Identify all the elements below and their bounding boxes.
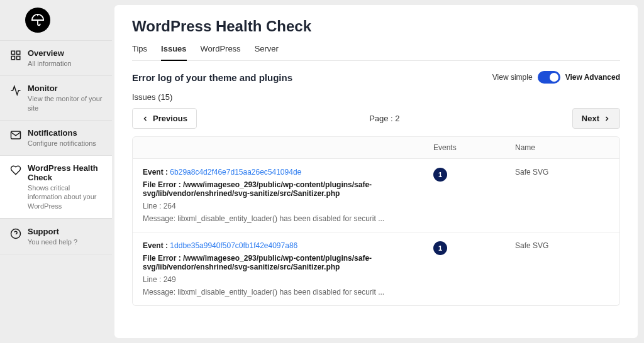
tab-issues[interactable]: Issues <box>161 44 186 61</box>
logo[interactable] <box>25 8 50 33</box>
view-advanced-label[interactable]: View Advanced <box>565 73 620 82</box>
toggle-knob <box>550 73 558 82</box>
sidebar-item-label: Notifications <box>28 128 96 138</box>
error-message: Message: libxml_disable_entity_loader() … <box>143 214 421 223</box>
sidebar-item-label: WordPress Health Check <box>28 163 106 182</box>
previous-button[interactable]: Previous <box>132 108 197 129</box>
chevron-left-icon <box>142 115 149 122</box>
help-icon <box>10 228 21 239</box>
svg-rect-1 <box>17 51 20 54</box>
sidebar-item-desc: View the monitor of your site <box>28 94 106 112</box>
pagination: Previous Page : 2 Next <box>132 108 620 129</box>
activity-icon <box>10 85 21 96</box>
heart-icon <box>10 165 21 176</box>
sidebar-item-label: Support <box>28 227 77 236</box>
sidebar-item-support[interactable]: Support You need help ? <box>0 219 112 254</box>
line-number: Line : 264 <box>143 202 421 210</box>
file-error-label: File Error : <box>143 180 181 189</box>
col-events-header: Events <box>433 143 515 152</box>
table-row: Event : 6b29a8c4d2f46e7d15aa26ec541094de… <box>132 159 620 232</box>
page-title: WordPress Health Check <box>132 18 620 35</box>
svg-rect-0 <box>11 51 14 54</box>
view-toggle-group: View simple View Advanced <box>492 71 620 84</box>
tab-server[interactable]: Server <box>255 44 279 60</box>
view-toggle[interactable] <box>538 71 560 84</box>
error-message: Message: libxml_disable_entity_loader() … <box>143 288 421 297</box>
events-count-badge: 1 <box>433 168 447 182</box>
plugin-name: Safe SVG <box>515 241 609 297</box>
tabs: Tips Issues WordPress Server <box>132 44 620 61</box>
page-indicator: Page : 2 <box>369 114 399 123</box>
next-button[interactable]: Next <box>572 108 620 129</box>
sidebar-item-health-check[interactable]: WordPress Health Check Shows critical in… <box>0 155 112 219</box>
plugin-name: Safe SVG <box>515 168 609 223</box>
sidebar-item-label: Monitor <box>28 84 106 93</box>
view-simple-label[interactable]: View simple <box>492 73 533 82</box>
sidebar-item-desc: All information <box>28 59 72 68</box>
sidebar-item-monitor[interactable]: Monitor View the monitor of your site <box>0 76 112 120</box>
file-error-label: File Error : <box>143 254 181 263</box>
tab-wordpress[interactable]: WordPress <box>201 44 241 60</box>
table-header: Events Name <box>132 136 620 159</box>
grid-icon <box>10 50 21 61</box>
svg-rect-2 <box>11 57 14 60</box>
umbrella-icon <box>31 13 45 27</box>
event-hash-link[interactable]: 1ddbe35a9940f507c0fb1f42e4097a86 <box>170 241 297 250</box>
sidebar-item-label: Overview <box>28 48 72 58</box>
sidebar-item-desc: Configure notifications <box>28 139 96 148</box>
svg-rect-3 <box>17 57 20 60</box>
next-label: Next <box>582 114 599 123</box>
issues-count: Issues (15) <box>132 92 620 102</box>
event-label: Event : <box>143 168 168 177</box>
table-row: Event : 1ddbe35a9940f507c0fb1f42e4097a86… <box>132 232 620 306</box>
sidebar-item-overview[interactable]: Overview All information <box>0 41 112 75</box>
section-heading: Error log of your theme and plugins <box>132 72 292 83</box>
sidebar-item-desc: Shows critical information about your Wo… <box>28 183 106 210</box>
main-panel: WordPress Health Check Tips Issues WordP… <box>114 5 638 338</box>
events-count-badge: 1 <box>433 241 447 255</box>
sidebar-item-notifications[interactable]: Notifications Configure notifications <box>0 121 112 155</box>
sidebar: Overview All information Monitor View th… <box>0 0 112 343</box>
event-hash-link[interactable]: 6b29a8c4d2f46e7d15aa26ec541094de <box>170 168 301 177</box>
mail-icon <box>10 129 21 141</box>
event-label: Event : <box>143 241 168 250</box>
previous-label: Previous <box>153 114 187 123</box>
line-number: Line : 249 <box>143 275 421 284</box>
tab-tips[interactable]: Tips <box>132 44 147 60</box>
chevron-right-icon <box>603 115 611 122</box>
sidebar-item-desc: You need help ? <box>28 237 77 246</box>
logo-wrap <box>0 8 112 40</box>
col-name-header: Name <box>515 143 609 152</box>
